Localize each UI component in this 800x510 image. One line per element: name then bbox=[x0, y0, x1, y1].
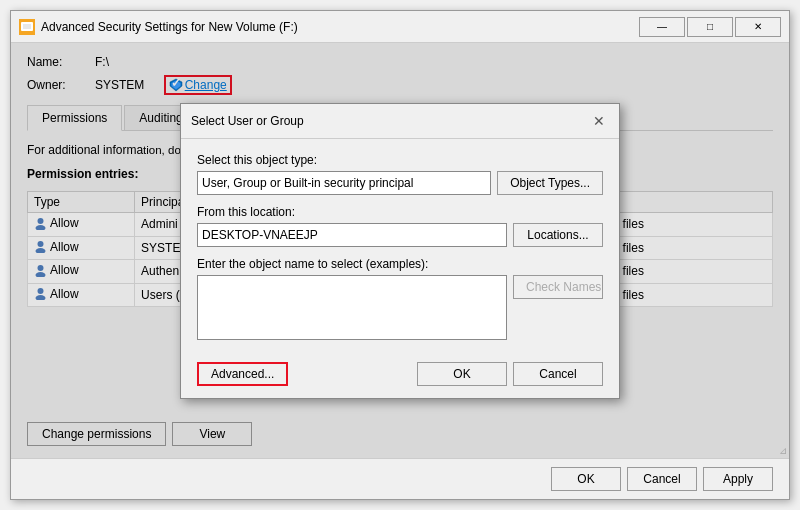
cancel-button[interactable]: Cancel bbox=[627, 467, 697, 491]
window-title: Advanced Security Settings for New Volum… bbox=[41, 20, 298, 34]
select-user-dialog: Select User or Group ✕ Select this objec… bbox=[180, 103, 620, 399]
dialog-footer-right: OK Cancel bbox=[417, 362, 603, 386]
footer: OK Cancel Apply bbox=[11, 458, 789, 499]
ok-button[interactable]: OK bbox=[551, 467, 621, 491]
object-type-input[interactable] bbox=[197, 171, 491, 195]
object-type-label: Select this object type: bbox=[197, 153, 603, 167]
location-row: Locations... bbox=[197, 223, 603, 247]
dialog-title-bar: Select User or Group ✕ bbox=[181, 104, 619, 139]
location-label: From this location: bbox=[197, 205, 603, 219]
dialog-cancel-button[interactable]: Cancel bbox=[513, 362, 603, 386]
maximize-button[interactable]: □ bbox=[687, 17, 733, 37]
main-window: Advanced Security Settings for New Volum… bbox=[10, 10, 790, 500]
locations-button[interactable]: Locations... bbox=[513, 223, 603, 247]
modal-overlay: Select User or Group ✕ Select this objec… bbox=[11, 43, 789, 458]
dialog-ok-button[interactable]: OK bbox=[417, 362, 507, 386]
title-controls: — □ ✕ bbox=[639, 17, 781, 37]
dialog-body: Select this object type: Object Types...… bbox=[181, 139, 619, 354]
svg-rect-2 bbox=[23, 24, 31, 29]
check-names-button[interactable]: Check Names bbox=[513, 275, 603, 299]
dialog-title-text: Select User or Group bbox=[191, 114, 304, 128]
title-bar: Advanced Security Settings for New Volum… bbox=[11, 11, 789, 43]
dialog-close-button[interactable]: ✕ bbox=[589, 111, 609, 131]
window-body: Name: F:\ Owner: SYSTEM ✓ Change Permiss… bbox=[11, 43, 789, 458]
window-icon bbox=[19, 19, 35, 35]
title-bar-left: Advanced Security Settings for New Volum… bbox=[19, 19, 298, 35]
object-types-button[interactable]: Object Types... bbox=[497, 171, 603, 195]
resize-handle: ⊿ bbox=[779, 445, 787, 456]
name-select-label: Enter the object name to select (example… bbox=[197, 257, 603, 271]
minimize-button[interactable]: — bbox=[639, 17, 685, 37]
object-name-textarea[interactable] bbox=[197, 275, 507, 340]
advanced-button[interactable]: Advanced... bbox=[197, 362, 288, 386]
close-button[interactable]: ✕ bbox=[735, 17, 781, 37]
apply-button[interactable]: Apply bbox=[703, 467, 773, 491]
object-type-row: Object Types... bbox=[197, 171, 603, 195]
dialog-footer: Advanced... OK Cancel bbox=[181, 354, 619, 398]
location-input[interactable] bbox=[197, 223, 507, 247]
